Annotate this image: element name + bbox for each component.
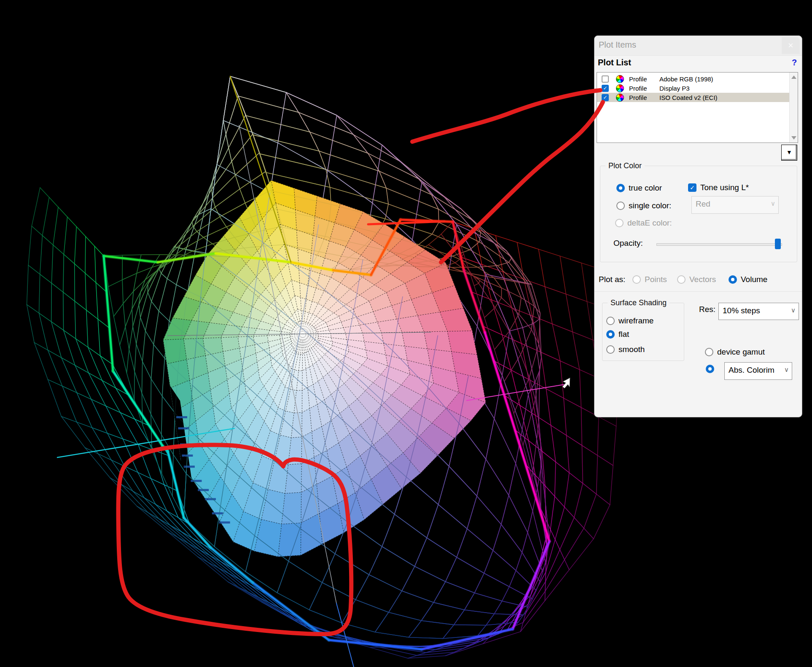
res-select[interactable]: 10% steps ∨ [718,303,799,320]
plot-list-row[interactable]: ✓ Profile Display P3 [597,83,789,93]
chevron-down-icon: ∨ [771,200,775,207]
list-expand-button[interactable]: ▼ [781,145,797,161]
check-icon: ✓ [603,94,607,100]
shading-smooth-option[interactable]: smooth [606,344,645,355]
item-name: ISO Coated v2 (ECI) [659,94,718,101]
scroll-down-icon[interactable] [791,136,796,140]
chevron-down-icon: ∨ [784,366,789,374]
single-color-option[interactable]: single color: [616,200,671,211]
plot-list-row[interactable]: ✓ Profile ISO Coated v2 (ECI) [597,93,789,102]
plot-items-dialog: Plot Items × Plot List ? Profile Adobe R… [594,35,802,417]
profile-color-wheel-icon [616,75,624,83]
check-icon: ✓ [603,85,607,91]
plot-as-points: Points [632,274,667,285]
opacity-slider-track[interactable] [656,243,782,246]
chevron-down-icon: ∨ [791,307,796,314]
profile-color-wheel-icon [616,94,624,102]
check-icon: ✓ [690,184,695,191]
single-color-radio[interactable] [616,202,625,210]
item-type: Profile [629,94,659,101]
help-icon[interactable]: ? [792,58,797,67]
plot-list: Profile Adobe RGB (1998) ✓ Profile Displ… [597,72,798,143]
close-icon: × [788,40,793,51]
item-checkbox[interactable]: ✓ [602,85,609,92]
item-type: Profile [629,75,659,83]
item-name: Display P3 [659,85,690,92]
true-color-radio[interactable] [616,184,625,192]
volume-radio[interactable] [729,275,737,284]
plot-color-legend: Plot Color [605,161,645,170]
item-name: Adobe RGB (1998) [659,75,713,83]
rendering-intent-radio[interactable] [706,365,714,373]
plot-list-row[interactable]: Profile Adobe RGB (1998) [597,74,789,83]
flat-radio[interactable] [606,330,615,339]
plot-list-header: Plot List [598,58,631,67]
application-window: Plot Items × Plot List ? Profile Adobe R… [0,0,812,667]
profile-color-wheel-icon [616,84,624,92]
vectors-radio [677,275,686,284]
single-color-select[interactable]: Red ∨ [691,196,779,214]
device-gamut-option[interactable]: device gamut [705,347,765,358]
scroll-up-icon[interactable] [791,75,796,79]
res-label: Res: [699,305,715,314]
dialog-title: Plot Items [599,40,636,50]
wireframe-radio[interactable] [606,317,615,325]
rendering-intent-select[interactable]: Abs. Colorim ∨ [724,362,792,380]
points-radio [632,275,641,284]
dropdown-arrow-icon: ▼ [786,149,792,156]
deltae-color-radio [615,219,624,227]
plot-as-volume[interactable]: Volume [729,274,767,285]
plot-as-row: Plot as: [599,274,625,285]
deltae-color-option: deltaE color: [615,218,672,229]
tone-option[interactable]: ✓ Tone using L* [688,182,749,193]
item-type: Profile [629,85,659,92]
true-color-option[interactable]: true color [616,183,662,194]
opacity-label: Opacity: [613,239,643,248]
device-gamut-radio[interactable] [705,348,713,356]
plot-as-vectors: Vectors [677,274,716,285]
item-checkbox[interactable] [602,75,609,83]
close-button[interactable]: × [782,37,800,54]
opacity-slider-thumb[interactable] [775,239,781,249]
rendering-intent-option[interactable] [706,363,714,374]
shading-flat-option[interactable]: flat [606,329,629,340]
smooth-radio[interactable] [606,345,615,354]
tone-checkbox[interactable]: ✓ [688,183,696,192]
white-point-glow [290,322,315,347]
list-scrollbar[interactable] [789,73,798,143]
shading-wireframe-option[interactable]: wireframe [606,315,653,326]
surface-shading-legend: Surface Shading [608,299,669,307]
item-checkbox[interactable]: ✓ [602,94,609,101]
dialog-titlebar[interactable]: Plot Items × [594,36,802,56]
